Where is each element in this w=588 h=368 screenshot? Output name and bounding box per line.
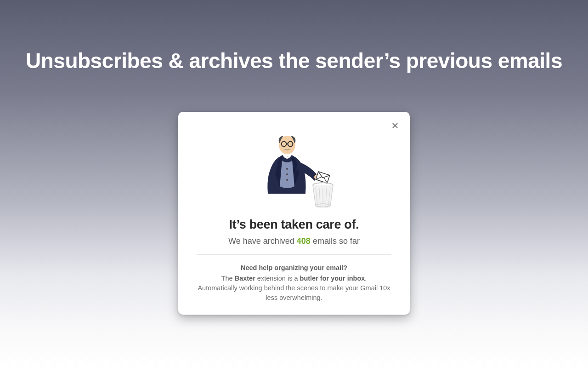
close-icon xyxy=(391,122,399,129)
archive-summary: We have archived 408 emails so far xyxy=(197,236,391,246)
archive-count: 408 xyxy=(297,236,311,246)
divider xyxy=(197,254,391,255)
butler-illustration xyxy=(250,129,338,207)
promo-line2: The Baxter extension is a butler for you… xyxy=(221,275,367,282)
promo-question: Need help organizing your email? xyxy=(197,263,391,273)
close-button[interactable] xyxy=(389,119,401,132)
promo-brand: Baxter xyxy=(235,275,255,282)
archive-prefix: We have archived xyxy=(228,236,297,246)
svg-point-8 xyxy=(286,173,288,175)
archive-suffix: emails so far xyxy=(311,236,360,246)
card-title: It’s been taken care of. xyxy=(197,218,391,232)
confirmation-card: It’s been taken care of. We have archive… xyxy=(178,112,410,315)
page-headline: Unsubscribes & archives the sender’s pre… xyxy=(0,48,588,73)
svg-point-9 xyxy=(286,179,288,181)
svg-point-7 xyxy=(286,168,288,170)
promo-block: Need help organizing your email? The Bax… xyxy=(197,263,391,303)
promo-line3: Automatically working behind the scenes … xyxy=(198,284,390,301)
promo-tagline: butler for your inbox xyxy=(300,275,365,282)
